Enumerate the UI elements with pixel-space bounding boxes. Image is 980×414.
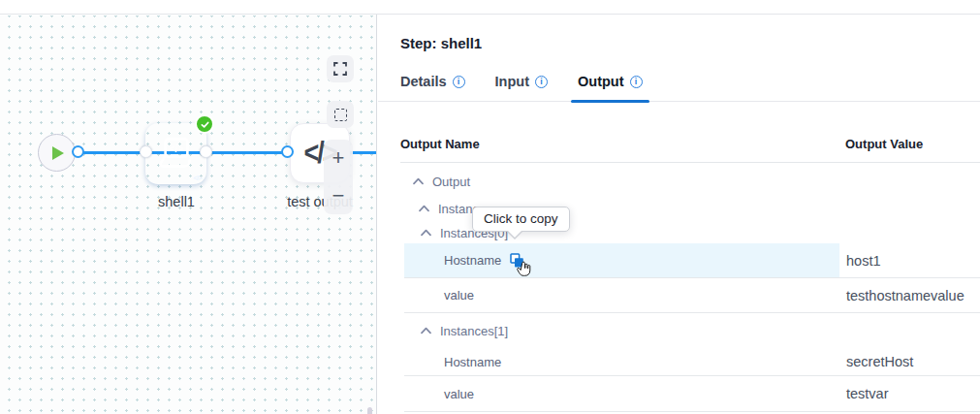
chevron-up-icon[interactable] (421, 327, 431, 334)
output-name: Hostname (444, 253, 501, 268)
tab-details[interactable]: Details (400, 74, 465, 101)
fullscreen-icon (333, 62, 347, 76)
shell-script-icon: </> (156, 134, 197, 175)
workflow-canvas[interactable]: </> </> shell1 </> test output + − (0, 16, 376, 414)
tab-output[interactable]: Output (578, 74, 643, 101)
output-table-header: Output Name Output Value (400, 102, 980, 163)
connection-port-shell1-in[interactable] (140, 145, 152, 158)
connection-port-start[interactable] (72, 145, 84, 158)
output-value: secretHost (839, 354, 980, 369)
column-header-output-value: Output Value (845, 137, 923, 151)
page-title: Step: shell1 (400, 35, 980, 51)
svg-text:</>: </> (169, 142, 183, 153)
marquee-select-button[interactable] (327, 101, 354, 128)
connection-port-shell1-out[interactable] (200, 145, 212, 158)
chevron-up-icon[interactable] (419, 205, 429, 212)
tree-group-output[interactable]: Output (404, 168, 980, 195)
info-icon[interactable] (453, 76, 465, 88)
tree-group-instances-1[interactable]: Instances[1] (404, 313, 980, 348)
zoom-in-button[interactable]: + (324, 140, 353, 177)
output-name-cell[interactable]: value (404, 376, 839, 411)
node-label-shell1: shell1 (136, 194, 217, 209)
output-name: Hostname (444, 355, 501, 369)
tab-input[interactable]: Input (495, 74, 548, 101)
output-name: value (444, 288, 474, 303)
window-top-strip (0, 0, 980, 15)
output-name: value (444, 387, 474, 401)
success-check-icon (195, 114, 214, 134)
output-name-cell[interactable]: value (404, 278, 839, 312)
step-detail-panel: Step: shell1 Details Input Output Output… (378, 16, 980, 414)
fullscreen-button[interactable] (327, 55, 354, 82)
start-node[interactable] (38, 134, 76, 172)
zoom-out-button[interactable]: − (324, 177, 353, 215)
zoom-controls: + − (324, 140, 353, 214)
info-icon[interactable] (630, 76, 643, 88)
table-row-value-1: value testvar (404, 376, 980, 412)
node-shell1[interactable]: </> </> (145, 123, 206, 184)
table-row-hostname-0: Hostname host1 (404, 243, 980, 278)
tab-bar: Details Input Output (378, 74, 980, 102)
panel-divider (376, 15, 377, 414)
chevron-up-icon[interactable] (421, 229, 431, 237)
table-row-value-0: value testhostnamevalue (404, 278, 980, 313)
output-tree: Output Instances Instances[0] Hostname (404, 163, 980, 412)
app-window: </> </> shell1 </> test output + − (0, 0, 980, 414)
canvas-scrollbar-thumb[interactable] (367, 407, 372, 414)
output-name-cell[interactable]: Hostname (404, 348, 839, 375)
column-header-output-name: Output Name (400, 137, 845, 151)
group-label: Instances[1] (440, 324, 508, 338)
tab-label: Details (400, 74, 447, 89)
cursor-pointer-icon (515, 259, 533, 284)
group-label: Output (432, 175, 470, 189)
chevron-up-icon[interactable] (413, 177, 424, 185)
marquee-select-icon (334, 109, 347, 121)
output-name-cell[interactable]: Hostname (404, 243, 839, 277)
table-row-hostname-1: Hostname secretHost (404, 348, 980, 376)
output-value: testvar (839, 386, 980, 401)
tab-label: Output (578, 74, 624, 89)
copy-tooltip: Click to copy (472, 207, 570, 232)
play-icon (52, 146, 64, 160)
output-value: testhostnamevalue (839, 288, 980, 303)
connection-port-test-in[interactable] (281, 145, 294, 158)
output-value: host1 (839, 253, 980, 269)
tab-label: Input (495, 74, 529, 89)
code-corner-glyph: </> (193, 175, 202, 181)
info-icon[interactable] (535, 76, 548, 88)
